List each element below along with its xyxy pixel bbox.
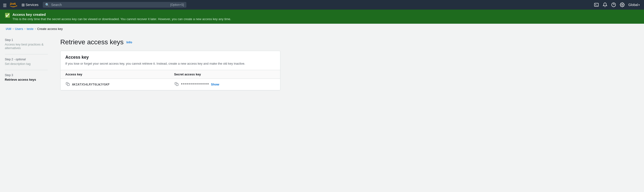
copy-access-key-icon[interactable] — [65, 82, 70, 87]
keys-table: Access key Secret access key — [60, 70, 280, 90]
step-1-item: Step 1 Access key best practices & alter… — [5, 38, 48, 50]
nav-right-icons: Global ▾ — [592, 1, 641, 9]
steps-sidebar: Step 1 Access key best practices & alter… — [0, 33, 53, 192]
col-access-key-header: Access key — [60, 70, 169, 79]
breadcrumb-users[interactable]: Users — [15, 27, 23, 31]
access-key-cell: AKIATX54LRYT6LWJYGKP — [60, 79, 169, 90]
region-selector[interactable]: Global ▾ — [627, 2, 641, 8]
card-subtitle: If you lose or forget your secret access… — [65, 61, 275, 66]
cloud-shell-icon-button[interactable] — [592, 1, 600, 9]
card-header: Access key If you lose or forget your se… — [60, 51, 280, 70]
svg-point-3 — [622, 4, 623, 6]
region-label: Global — [628, 3, 638, 7]
breadcrumb-sep-3: › — [35, 28, 36, 30]
main-layout: Step 1 Access key best practices & alter… — [0, 33, 644, 192]
step-2-label: Step 2 - optional — [5, 58, 48, 61]
search-input[interactable] — [51, 3, 168, 7]
secret-key-value-cell: ************** Show — [174, 82, 275, 87]
step-2-name[interactable]: Set description tag — [5, 62, 48, 66]
banner-subtitle: This is the only time that the secret ac… — [12, 17, 231, 21]
copy-secret-key-icon[interactable] — [174, 82, 179, 87]
card-title: Access key — [65, 55, 275, 60]
info-link[interactable]: Info — [126, 41, 132, 44]
secret-key-cell: ************** Show — [169, 79, 280, 90]
page-title: Retrieve access keys — [60, 38, 124, 46]
step-1-label: Step 1 — [5, 38, 48, 42]
main-content: Retrieve access keys Info Access key If … — [53, 33, 644, 192]
breadcrumb-sep-2: › — [24, 28, 25, 30]
step-divider-2 — [5, 70, 48, 70]
breadcrumb-teste[interactable]: teste — [27, 27, 34, 31]
col-secret-key-header: Secret access key — [169, 70, 280, 79]
access-key-value-cell: AKIATX54LRYT6LWJYGKP — [65, 82, 164, 87]
services-nav-item[interactable]: ⊞ Services — [20, 2, 40, 8]
top-navigation: ☰ ⊞ Services 🔍 [Option+S] — [0, 0, 644, 10]
step-2-item: Step 2 - optional Set description tag — [5, 58, 48, 66]
breadcrumb: IAM › Users › teste › Create access key — [0, 24, 644, 33]
show-secret-key-link[interactable]: Show — [211, 83, 219, 86]
help-icon-button[interactable] — [610, 1, 618, 9]
search-shortcut: [Option+S] — [170, 3, 184, 7]
svg-rect-5 — [176, 84, 178, 86]
step-3-name[interactable]: Retrieve access keys — [5, 78, 48, 81]
success-check-icon: ✅ — [5, 13, 10, 18]
secret-key-masked: ************** — [181, 82, 209, 86]
services-label: Services — [26, 3, 38, 7]
settings-icon-button[interactable] — [618, 1, 626, 9]
banner-title: Access key created — [12, 13, 231, 17]
table-header-row: Access key Secret access key — [60, 70, 280, 79]
search-icon: 🔍 — [45, 3, 49, 7]
table-row: AKIATX54LRYT6LWJYGKP — [60, 79, 280, 90]
aws-logo[interactable] — [10, 3, 17, 7]
notifications-icon-button[interactable] — [601, 1, 609, 9]
page-title-row: Retrieve access keys Info — [60, 38, 636, 46]
breadcrumb-iam[interactable]: IAM — [6, 27, 11, 31]
svg-rect-4 — [67, 84, 70, 86]
step-3-label: Step 3 — [5, 74, 48, 77]
access-key-value: AKIATX54LRYT6LWJYGKP — [72, 83, 110, 86]
grid-icon: ⊞ — [22, 3, 25, 7]
step-1-name[interactable]: Access key best practices & alternatives — [5, 43, 48, 50]
step-divider-1 — [5, 54, 48, 54]
success-banner: ✅ Access key created This is the only ti… — [0, 10, 644, 24]
menu-hamburger-button[interactable]: ☰ — [2, 2, 8, 9]
step-1-link[interactable]: Access key best practices & alternatives — [5, 43, 44, 50]
breadcrumb-current: Create access key — [37, 27, 63, 31]
breadcrumb-sep-1: › — [13, 28, 14, 30]
search-bar[interactable]: 🔍 [Option+S] — [43, 2, 186, 8]
svg-rect-0 — [594, 3, 598, 6]
access-key-card: Access key If you lose or forget your se… — [60, 51, 280, 91]
chevron-down-icon: ▾ — [638, 4, 640, 6]
step-3-item: Step 3 Retrieve access keys — [5, 74, 48, 81]
